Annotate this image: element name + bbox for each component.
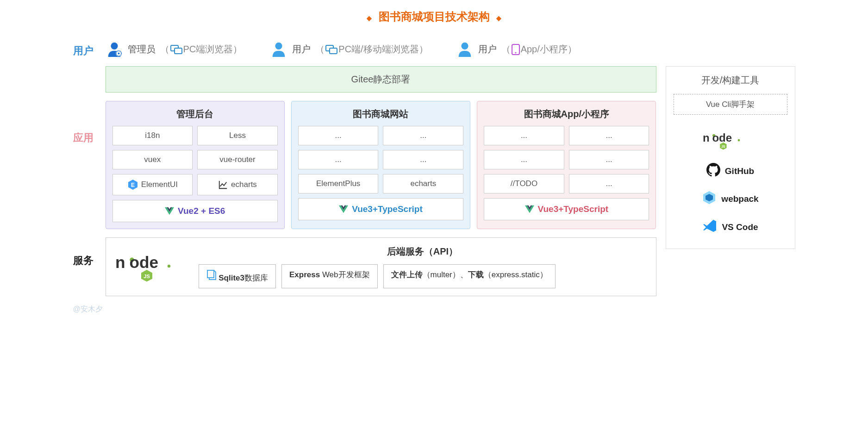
- svg-point-6: [275, 43, 282, 50]
- tech-cell: ...: [484, 150, 564, 169]
- tool-item: nodeJS: [674, 123, 787, 157]
- app-panel: 图书商城App/小程序............//TODO...Vue3+Typ…: [477, 101, 656, 229]
- diamond-icon: ◆: [367, 14, 372, 22]
- tech-cell: ...: [383, 126, 463, 145]
- github-icon: [706, 163, 720, 179]
- svg-text:ode: ode: [712, 131, 732, 144]
- tools-title: 开发/构建工具: [674, 74, 787, 87]
- tech-cell: ...: [298, 150, 379, 169]
- service-cell: Express Web开发框架: [281, 264, 378, 288]
- user-item: 用户（PC端/移动端浏览器）: [270, 40, 428, 58]
- user-device: （PC端/移动端浏览器）: [315, 43, 428, 56]
- tech-cell: ...: [484, 126, 564, 145]
- browser-icon: [170, 45, 182, 54]
- webpack-icon: [702, 190, 717, 207]
- svg-rect-5: [175, 48, 182, 54]
- tech-cell: EElementUI: [112, 174, 193, 195]
- tech-cell: ...: [298, 126, 379, 145]
- tool-vue-cli: Vue Cli脚手架: [674, 94, 787, 115]
- phone-icon: [512, 44, 520, 55]
- tech-cell: echarts: [383, 174, 463, 193]
- svg-text:n: n: [703, 131, 710, 144]
- framework-bar: Vue3+TypeScript: [298, 198, 463, 220]
- panel-title: 管理后台: [112, 108, 278, 120]
- svg-text:E: E: [131, 182, 135, 188]
- svg-text:n: n: [115, 253, 125, 271]
- tech-cell: ElementPlus: [298, 174, 379, 193]
- svg-text:ode: ode: [129, 253, 158, 271]
- row-label-users: 用户: [73, 40, 106, 58]
- framework-bar: Vue2 + ES6: [112, 200, 278, 222]
- tech-cell: ...: [383, 150, 463, 169]
- tool-label: webpack: [721, 194, 758, 204]
- diamond-icon: ◆: [496, 14, 501, 22]
- tech-cell: i18n: [112, 126, 193, 145]
- user-icon: [456, 40, 474, 58]
- svg-text:JS: JS: [144, 273, 150, 279]
- svg-point-0: [111, 43, 118, 50]
- user-item: 管理员（PC端浏览器）: [106, 40, 243, 58]
- tool-item: VS Code: [674, 213, 787, 241]
- user-role: 用户: [478, 43, 497, 56]
- tool-item: GitHub: [674, 157, 787, 185]
- user-device: （App/小程序）: [501, 43, 577, 56]
- title-text: 图书商城项目技术架构: [379, 10, 490, 23]
- row-label-service: 服务: [73, 237, 106, 268]
- service-cell: 文件上传（multer）、下载（express.static）: [383, 264, 556, 288]
- svg-text:JS: JS: [721, 145, 725, 148]
- svg-point-17: [167, 264, 170, 267]
- user-icon: [270, 40, 287, 58]
- browser-icon: [325, 45, 337, 54]
- tech-cell: Less: [197, 126, 278, 145]
- vs-code-icon: [702, 218, 717, 236]
- tech-cell: vue-router: [197, 150, 278, 169]
- tech-cell: ...: [569, 174, 649, 193]
- users-row: 管理员（PC端浏览器）用户（PC端/移动端浏览器）用户（App/小程序）: [106, 40, 795, 58]
- tech-cell: vuex: [112, 150, 193, 169]
- nodejs-logo: nodeJS: [115, 249, 189, 285]
- tech-cell: ...: [569, 126, 649, 145]
- gitee-deploy-bar: Gitee静态部署: [106, 66, 656, 93]
- panel-title: 图书商城App/小程序: [484, 108, 649, 120]
- service-panel: nodeJS 后端服务（API） Sqlite3数据库Express Web开发…: [106, 237, 656, 296]
- svg-rect-8: [330, 48, 337, 54]
- tech-cell: //TODO: [484, 174, 564, 193]
- framework-bar: Vue3+TypeScript: [484, 198, 649, 220]
- panel-title: 图书商城网站: [298, 108, 463, 120]
- service-title: 后端服务（API）: [199, 245, 647, 258]
- user-role: 管理员: [128, 43, 156, 56]
- svg-point-3: [118, 53, 119, 55]
- svg-point-23: [737, 139, 740, 142]
- tool-item: webpack: [674, 185, 787, 213]
- diagram-title: ◆ 图书商城项目技术架构 ◆: [73, 9, 795, 24]
- tech-cell: echarts: [197, 174, 278, 195]
- app-panels: 管理后台i18nLessvuexvue-routerEElementUIecha…: [106, 101, 656, 229]
- service-cells: Sqlite3数据库Express Web开发框架文件上传（multer）、下载…: [199, 264, 647, 288]
- row-label-apps: 应用: [73, 66, 106, 145]
- app-panel: 管理后台i18nLessvuexvue-routerEElementUIecha…: [106, 101, 285, 229]
- app-panel: 图书商城网站............ElementPlusechartsVue3…: [291, 101, 470, 229]
- tool-label: VS Code: [722, 222, 758, 232]
- tech-cell: ...: [569, 150, 649, 169]
- user-device: （PC端浏览器）: [160, 43, 243, 56]
- tool-label: GitHub: [725, 166, 754, 176]
- tools-panel: 开发/构建工具 Vue Cli脚手架 nodeJSGitHubwebpackVS…: [666, 66, 795, 249]
- user-icon: [106, 40, 123, 58]
- service-cell: Sqlite3数据库: [199, 264, 276, 288]
- user-item: 用户（App/小程序）: [456, 40, 577, 58]
- svg-point-9: [461, 43, 468, 50]
- watermark: @安木夕: [73, 305, 656, 314]
- user-role: 用户: [292, 43, 311, 56]
- svg-point-11: [515, 52, 516, 54]
